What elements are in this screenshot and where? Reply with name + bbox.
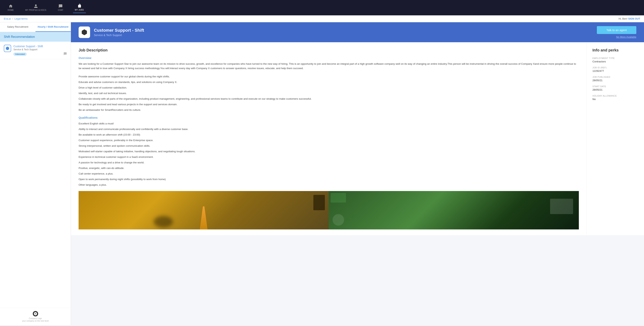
qualification-bullet-item: Other languages, a plus. <box>78 183 579 187</box>
breadcrumb-right: Hi, Ben! SIGN OUT <box>618 17 640 20</box>
overview-bullet-item: Drive a high level of customer satisfact… <box>78 86 579 90</box>
company-image-2 <box>329 191 579 229</box>
job-cube-icon <box>81 29 88 36</box>
info-row: START DATE28/05/21 <box>592 85 638 91</box>
job-header-title: Customer Support - Shift <box>94 28 144 33</box>
info-row: EMPLOYMENT TYPEContractors <box>592 57 638 63</box>
content-wrapper: Salary Recruitment Hourly / Shift Recrui… <box>0 22 644 325</box>
info-panel: Info and perks EMPLOYMENT TYPEContractor… <box>586 42 644 235</box>
job-card-info: Customer Support - Shift Service & Tech … <box>14 45 67 56</box>
logo-tagline: your company on the next level <box>22 320 48 322</box>
qualification-bullet-item: Excellent English skills a must! <box>78 121 579 126</box>
body-content: Job Description Overview We are looking … <box>71 42 644 235</box>
info-row-value: 28/05/21 <box>592 88 638 91</box>
job-description-title: Job Description <box>78 48 579 52</box>
briefcase-icon <box>77 4 82 8</box>
qualification-bullet-item: Motivated self-starter capable of taking… <box>78 149 579 154</box>
info-row-label: JOB ID (REF) <box>592 66 638 69</box>
qualifications-bullets: Excellent English skills a must!Ability … <box>78 121 579 187</box>
breadcrumb-bar: Eva.ai / Legal terms Hi, Ben! SIGN OUT <box>0 15 644 22</box>
info-row-value: 28/05/21 <box>592 79 638 82</box>
home-icon <box>8 4 13 8</box>
overview-bullet-item: Be an ambassador for SmartRecruiters and… <box>78 108 579 112</box>
qualification-bullet-item: A passion for technology and a drive to … <box>78 160 579 165</box>
qualification-bullet-item: Ability to interact and communicate prof… <box>78 127 579 131</box>
nav-jobs-label: MY JOBS <box>75 9 84 11</box>
job-header-icon <box>78 27 90 38</box>
overview-text: We are looking for a Customer Support St… <box>78 62 579 71</box>
overview-bullet-item: Identify, test, and call out technical i… <box>78 91 579 96</box>
job-header-subtitle: Service & Tech Support <box>94 34 144 37</box>
job-header: Customer Support - Shift Service & Tech … <box>71 22 644 42</box>
breadcrumb-separator: / <box>12 17 13 20</box>
job-card-footer: Interested <box>14 52 67 56</box>
qualification-bullet-item: Be available to work an afternoon shift … <box>78 133 579 137</box>
job-header-right: Talk to an agent No More Available <box>597 26 636 38</box>
nav-jobs[interactable]: MY JOBS <box>73 2 86 13</box>
nav-chat-label: CHAT <box>58 9 63 11</box>
tab-salary-recruitment[interactable]: Salary Recruitment <box>0 22 36 32</box>
job-header-left: Customer Support - Shift Service & Tech … <box>78 27 144 38</box>
message-icon <box>64 52 67 56</box>
info-row: JOB ID (REF)12292477 <box>592 66 638 72</box>
job-description-section: Job Description Overview We are looking … <box>71 42 586 235</box>
nav-home[interactable]: HOME <box>6 3 16 13</box>
info-row: JOB PUBLISHED28/05/21 <box>592 76 638 82</box>
main-area: Customer Support - Shift Service & Tech … <box>71 22 644 325</box>
company-image-1 <box>78 191 329 229</box>
company-images <box>78 191 579 229</box>
sidebar-footer: Company Logo your company on the next le… <box>0 308 71 325</box>
sign-out-button[interactable]: SIGN OUT <box>628 17 640 20</box>
cube-icon <box>5 46 10 51</box>
job-card-icon-wrapper <box>4 45 11 52</box>
qualification-bullet-item: Open to work permanently during night sh… <box>78 177 579 182</box>
company-logo-label: Company Logo your company on the next le… <box>22 317 48 322</box>
info-row-label: HOLIDAY ALLOWANCE <box>592 95 638 97</box>
qualification-bullet-item: Call center experience, a plus. <box>78 172 579 176</box>
info-panel-title: Info and perks <box>592 48 638 52</box>
qualification-bullet-item: Strong interpersonal, written and spoken… <box>78 144 579 148</box>
overview-bullet-item: Be ready to get involved and lead variou… <box>78 102 579 107</box>
logo-text: Company Logo <box>22 317 48 320</box>
info-row: HOLIDAY ALLOWANCENo <box>592 95 638 101</box>
overview-bullet-item: Educate and advise customers on standard… <box>78 80 579 84</box>
nav-home-label: HOME <box>8 9 14 11</box>
overview-label: Overview <box>78 56 579 60</box>
chat-icon <box>58 4 63 8</box>
job-header-text: Customer Support - Shift Service & Tech … <box>94 28 144 37</box>
tab-hourly-shift-recruitment[interactable]: Hourly / Shift Recruitment <box>36 22 71 32</box>
overview-bullets: Provide awesome customer support for our… <box>78 75 579 112</box>
sidebar: Salary Recruitment Hourly / Shift Recrui… <box>0 22 71 325</box>
info-rows: EMPLOYMENT TYPEContractorsJOB ID (REF)12… <box>592 57 638 101</box>
greeting-text: Hi, Ben! <box>618 17 627 20</box>
job-chat-icon[interactable] <box>64 52 67 56</box>
legal-terms-link[interactable]: Legal terms <box>14 17 28 20</box>
qualification-bullet-item: Customer support experience, preferably … <box>78 138 579 143</box>
overview-bullet-item: Provide awesome customer support for our… <box>78 75 579 79</box>
top-navigation: HOME MY PROFILE & DOCS CHAT MY JOBS <box>0 0 644 15</box>
breadcrumb-left: Eva.ai / Legal terms <box>4 17 28 20</box>
nav-chat[interactable]: CHAT <box>56 3 65 13</box>
qualification-bullet-item: Positive, energetic, with can-do attitud… <box>78 166 579 171</box>
info-row-value: 12292477 <box>592 70 638 72</box>
nav-profile[interactable]: MY PROFILE & DOCS <box>24 3 48 13</box>
job-card-subtitle: Service & Tech Support <box>14 48 67 51</box>
info-row-label: START DATE <box>592 85 638 88</box>
info-row-label: JOB PUBLISHED <box>592 76 638 78</box>
overview-bullet-item: Collaborate closely with all parts of th… <box>78 97 579 101</box>
qualification-bullet-item: Experience in technical customer support… <box>78 155 579 159</box>
nav-profile-label: MY PROFILE & DOCS <box>25 9 46 11</box>
interested-badge: Interested <box>14 53 27 56</box>
info-row-label: EMPLOYMENT TYPE <box>592 57 638 59</box>
sidebar-tabs: Salary Recruitment Hourly / Shift Recrui… <box>0 22 71 32</box>
person-icon <box>34 4 38 8</box>
brand-link[interactable]: Eva.ai <box>4 17 11 20</box>
info-row-value: No <box>592 98 638 101</box>
info-row-value: Contractors <box>592 60 638 63</box>
job-card-title: Customer Support - Shift <box>14 45 67 48</box>
no-more-available[interactable]: No More Available <box>616 36 636 38</box>
job-card-customer-support[interactable]: Customer Support - Shift Service & Tech … <box>0 42 71 59</box>
qualifications-label: Qualifications <box>78 116 579 119</box>
company-logo-icon <box>33 311 38 316</box>
talk-to-agent-button[interactable]: Talk to an agent <box>597 26 636 34</box>
